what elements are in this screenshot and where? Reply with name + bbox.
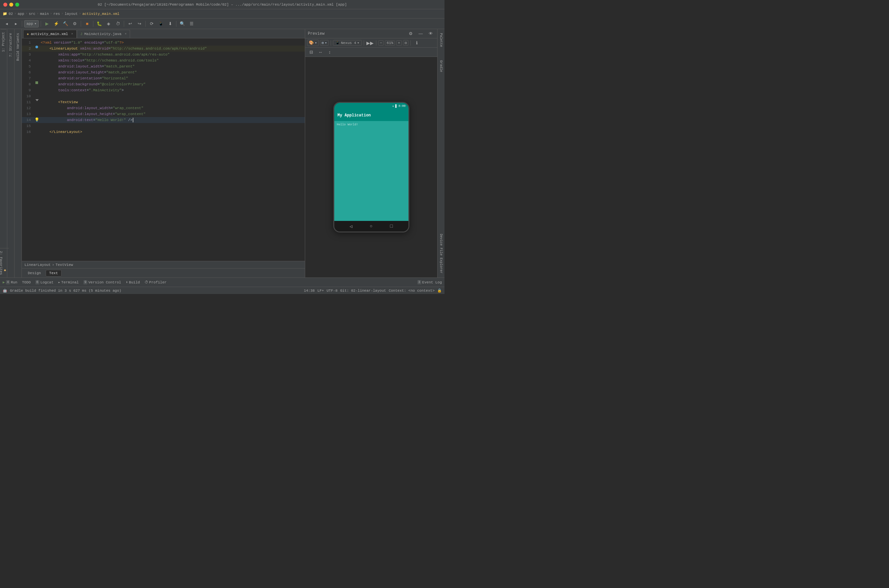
- breadcrumb-res[interactable]: res: [53, 12, 60, 16]
- horizontal-constraint-btn[interactable]: ↔: [316, 49, 324, 56]
- tab-close-xml[interactable]: ×: [71, 32, 73, 36]
- encoding[interactable]: UTF-8: [327, 289, 338, 292]
- favorites-tab[interactable]: 2: Favorites ★: [0, 248, 9, 278]
- status-time: 8:00: [399, 105, 406, 108]
- design-tab[interactable]: Design: [24, 270, 44, 276]
- phone-status-bar: ▾ ▋ 8:00: [334, 103, 408, 110]
- back-nav-btn: ◁: [349, 224, 352, 229]
- preview-toolbar-1: 🎨 ▾ ⊞ ▾ 📱 Nexus 4 ▾ ▶▶: [305, 38, 437, 48]
- code-line-15: 15: [22, 123, 305, 129]
- structure-tab[interactable]: 7: Structure: [8, 30, 14, 60]
- android-button[interactable]: ⚙: [71, 20, 79, 27]
- maximize-button[interactable]: [15, 3, 19, 7]
- quick-fix-icon[interactable]: 💡: [35, 117, 39, 123]
- nav-back-btn[interactable]: ◂: [3, 20, 11, 27]
- breadcrumb-app[interactable]: app: [18, 12, 24, 16]
- build-variants-tab[interactable]: Build Variants: [15, 30, 21, 63]
- todo-tool-item[interactable]: TODO: [21, 280, 32, 285]
- breadcrumb-textview[interactable]: TextView: [56, 263, 73, 267]
- bottom-toolbar: ▶ 4 Run TODO 6 Logcat ▸ Terminal 9 Versi…: [0, 278, 444, 287]
- preview-eye-btn[interactable]: 👁: [427, 30, 435, 38]
- zoom-level[interactable]: 61%: [385, 40, 395, 46]
- line-ending[interactable]: LF+: [317, 289, 324, 292]
- terminal-tool-item[interactable]: ▸ Terminal: [57, 279, 80, 285]
- coverage-button[interactable]: ◈: [105, 20, 113, 27]
- run-button[interactable]: ▶: [43, 20, 51, 27]
- bottom-breadcrumb: LinearLayout › TextView: [22, 261, 305, 268]
- zoom-in-btn[interactable]: +: [396, 40, 402, 46]
- preview-info-btn[interactable]: ℹ: [413, 39, 421, 46]
- code-line-14: 14 💡 android:text="Hello World!" />: [22, 117, 305, 123]
- settings-button[interactable]: ☰: [188, 20, 196, 27]
- code-line-8: 8 android:background="@color/colorPrimar…: [22, 81, 305, 87]
- tab-mainactivity-java[interactable]: J MainActivity.java ×: [77, 30, 131, 38]
- stop-button[interactable]: ■: [83, 20, 91, 27]
- vertical-constraint-btn[interactable]: ↕: [326, 49, 334, 56]
- tab-activity-xml[interactable]: ◈ activity_main.xml ×: [23, 30, 77, 38]
- build-hammer-button[interactable]: 🔨: [62, 20, 69, 27]
- app-dropdown-label: app: [27, 22, 33, 26]
- status-bar-right: 14:38 LF+ UTF-8 Git: 02-linear-layout Co…: [304, 288, 442, 292]
- code-line-6: 6 android:layout_height="match_parent": [22, 69, 305, 75]
- code-line-16: 16 </LinearLayout>: [22, 129, 305, 135]
- code-line-10: 10: [22, 93, 305, 99]
- build-tool-item[interactable]: ⬇ Build: [125, 279, 141, 285]
- tab-label-java: MainActivity.java: [84, 32, 122, 36]
- title-bar: 02 [~/Documents/Pengajaran/18192/Pemrogr…: [0, 0, 444, 9]
- close-button[interactable]: [3, 3, 7, 7]
- component-tree-btn[interactable]: ⊞ ▾: [320, 40, 329, 46]
- redo-button[interactable]: ↪: [135, 20, 143, 27]
- tree-icon: ⊞: [322, 40, 324, 45]
- logcat-tool-item[interactable]: 6 Logcat: [34, 279, 55, 285]
- profile-button[interactable]: ⏱: [114, 20, 122, 27]
- code-editor[interactable]: 1 <?xml version="1.0" encoding="utf-8"?>…: [22, 38, 305, 261]
- run-tool-item[interactable]: ▶ 4 Run: [2, 279, 18, 285]
- gradle-tab[interactable]: Gradle: [438, 57, 444, 75]
- tab-close-java[interactable]: ×: [125, 32, 126, 36]
- phone-nav-bar: ◁ ○ □: [334, 221, 408, 231]
- project-tab[interactable]: 1: Project: [1, 29, 6, 55]
- left-sidebar-3: Build Variants: [15, 29, 22, 278]
- version-control-tool-item[interactable]: 9 Version Control: [82, 279, 122, 285]
- palette-btn-group[interactable]: 🎨 ▾: [307, 40, 319, 46]
- git-branch[interactable]: Git: 02-linear-layout: [340, 289, 386, 292]
- avd-button[interactable]: 📱: [157, 20, 165, 27]
- breadcrumb-layout[interactable]: layout: [65, 12, 78, 16]
- preview-forward-btn[interactable]: ▶▶: [366, 39, 374, 46]
- undo-button[interactable]: ↩: [126, 20, 134, 27]
- breadcrumb-file[interactable]: activity_main.xml: [83, 12, 119, 16]
- sdk-button[interactable]: ⬇: [166, 20, 174, 27]
- zoom-fit-btn[interactable]: ⊡: [403, 40, 409, 46]
- sync-button[interactable]: ⟳: [147, 20, 156, 27]
- minimize-button[interactable]: [9, 3, 13, 7]
- editor-mode-tabs: Design Text: [22, 268, 305, 278]
- text-tab[interactable]: Text: [46, 270, 62, 276]
- app-dropdown[interactable]: app ▾: [24, 20, 39, 27]
- breadcrumb-02[interactable]: 02: [9, 12, 13, 16]
- device-file-explorer-tab[interactable]: Device File Explorer: [438, 231, 444, 276]
- phone-mockup: ▾ ▋ 8:00 My Application Hello World! ◁: [333, 102, 409, 232]
- search-button[interactable]: 🔍: [178, 20, 187, 27]
- lock-icon: 🔒: [437, 288, 442, 292]
- profiler-tool-item[interactable]: ⏱ Profiler: [143, 279, 168, 285]
- breadcrumb-linearlayout[interactable]: LinearLayout: [24, 263, 51, 267]
- signal-icon: ▋: [395, 105, 397, 108]
- preview-close-btn[interactable]: —: [417, 30, 425, 38]
- chevron-device: ▾: [357, 40, 360, 45]
- palette-tab[interactable]: Palette: [438, 30, 444, 50]
- breadcrumb-main[interactable]: main: [40, 12, 49, 16]
- preview-settings-btn[interactable]: ⚙: [407, 30, 415, 38]
- xml-file-icon: ◈: [27, 32, 29, 36]
- event-log-tool-item[interactable]: 3 Event Log: [416, 279, 443, 285]
- lightning-button[interactable]: ⚡: [52, 20, 60, 27]
- code-line-13: 13 android:layout_height="wrap_content": [22, 111, 305, 117]
- chevron-tree: ▾: [325, 40, 327, 45]
- attach-button[interactable]: 🐛: [95, 20, 103, 27]
- wifi-icon: ▾: [392, 105, 394, 108]
- zoom-out-btn[interactable]: −: [378, 40, 384, 46]
- device-selector[interactable]: 📱 Nexus 4 ▾: [333, 40, 362, 46]
- traffic-lights[interactable]: [3, 3, 19, 7]
- view-toggle-btn[interactable]: ⊟: [307, 49, 315, 56]
- breadcrumb-src[interactable]: src: [29, 12, 35, 16]
- nav-forward-btn[interactable]: ▸: [12, 20, 20, 27]
